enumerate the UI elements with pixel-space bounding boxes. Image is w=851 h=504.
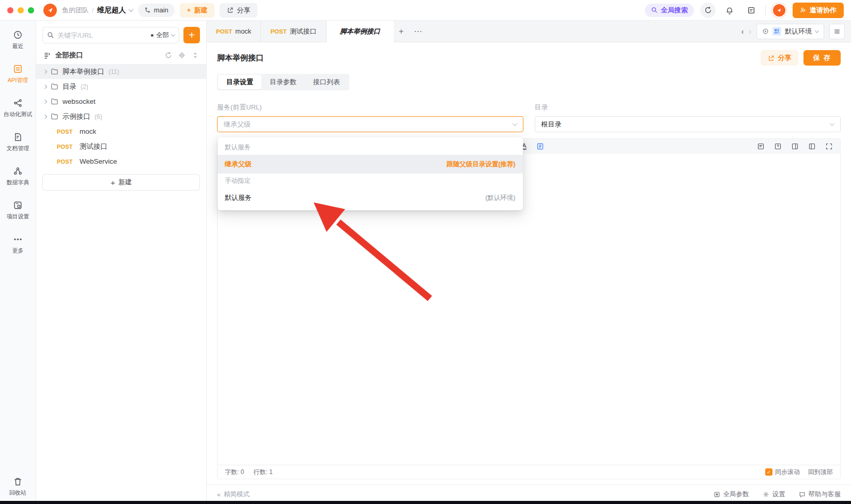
page-title: 脚本举例接口 xyxy=(217,53,264,63)
tab-overflow-button[interactable]: ⋯ xyxy=(409,26,427,36)
locate-icon[interactable] xyxy=(178,52,185,59)
new-button[interactable]: + 新建 xyxy=(180,3,215,18)
tree-folder-examples[interactable]: 示例接口 (6) xyxy=(36,109,206,124)
share-label: 分享 xyxy=(778,53,791,62)
help-label: 帮助与客服 xyxy=(809,490,841,499)
tab-test-api[interactable]: POST 测试接口 xyxy=(261,21,326,42)
dropdown-item-inherit-parent[interactable]: 继承父级 跟随父级目录设置(推荐) xyxy=(218,155,523,174)
outline-panel-icon[interactable] xyxy=(536,143,544,150)
add-api-button[interactable]: + xyxy=(183,27,200,43)
directory-value: 根目录 xyxy=(541,120,831,129)
edit-only-layout-icon[interactable] xyxy=(791,143,799,150)
search-icon xyxy=(651,7,658,13)
tab-nav-back-icon[interactable]: ‹ xyxy=(741,27,744,36)
rail-item-doc-management[interactable]: 文档管理 xyxy=(7,132,29,152)
rail-item-more[interactable]: 更多 xyxy=(12,234,24,255)
tab-bar: POST mock POST 测试接口 脚本举例接口 + ⋯ ‹ › 默 默认环… xyxy=(207,21,851,42)
invite-collaboration-button[interactable]: 邀请协作 xyxy=(793,3,844,18)
tab-mock[interactable]: POST mock xyxy=(207,21,261,42)
tab-folder-settings[interactable]: 目录设置 xyxy=(218,75,261,89)
back-to-top-button[interactable]: 回到顶部 xyxy=(808,468,833,477)
editor-toolbar-left xyxy=(520,143,544,150)
tree-folder-websocket[interactable]: websocket xyxy=(36,94,206,109)
chevron-right-icon[interactable] xyxy=(43,69,47,73)
changelog-button[interactable] xyxy=(744,3,759,18)
directory-select[interactable]: 根目录 xyxy=(535,116,841,132)
breadcrumb[interactable]: 鱼的团队 / 维尼超人 xyxy=(62,6,133,15)
chevron-right-icon[interactable] xyxy=(43,84,47,88)
rail-item-api-management[interactable]: API管理 xyxy=(8,64,28,84)
new-tab-button[interactable]: + xyxy=(394,27,409,36)
app-logo-icon xyxy=(43,4,57,17)
tab-nav-forward-icon[interactable]: › xyxy=(749,27,751,36)
tab-folder-params[interactable]: 目录参数 xyxy=(261,75,305,89)
global-search-button[interactable]: 全局搜索 xyxy=(645,4,694,17)
tab-script-examples[interactable]: 脚本举例接口 xyxy=(327,21,394,42)
service-select[interactable]: 继承父级 默认服务 继承父级 跟随父级目录设置(推荐) 手动指定 默认服务 xyxy=(217,116,523,132)
settings-button[interactable]: 设置 xyxy=(763,490,785,499)
global-params-button[interactable]: 全局参数 xyxy=(714,490,749,499)
rail-item-automated-testing[interactable]: 自动化测试 xyxy=(4,98,32,118)
compact-mode-label: 精简模式 xyxy=(224,490,250,499)
branch-selector[interactable]: main xyxy=(138,4,175,17)
avatar[interactable] xyxy=(772,3,786,18)
dropdown-group-default: 默认服务 xyxy=(218,140,523,155)
main-panel: POST mock POST 测试接口 脚本举例接口 + ⋯ ‹ › 默 默认环… xyxy=(207,21,851,504)
share-button[interactable]: 分享 xyxy=(761,50,798,66)
line-count: 行数: 1 xyxy=(253,468,272,477)
window-controls[interactable] xyxy=(7,7,34,13)
expand-collapse-icon[interactable] xyxy=(192,52,199,59)
fullscreen-icon[interactable] xyxy=(825,143,833,150)
split-layout-icon[interactable] xyxy=(808,143,816,150)
service-label: 服务(前置URL) xyxy=(217,103,523,112)
refresh-icon[interactable] xyxy=(165,52,172,59)
tree-api-test[interactable]: POST 测试接口 xyxy=(36,139,206,154)
service-dropdown-menu: 默认服务 继承父级 跟随父级目录设置(推荐) 手动指定 默认服务 (默认环境) xyxy=(218,137,523,210)
rail-label: 自动化测试 xyxy=(4,111,32,118)
rail-item-data-dictionary[interactable]: 数据字典 xyxy=(7,166,29,186)
notifications-button[interactable] xyxy=(722,3,737,18)
help-support-button[interactable]: 帮助与客服 xyxy=(799,490,841,499)
env-menu-button[interactable] xyxy=(829,24,845,39)
rail-label: API管理 xyxy=(8,76,28,84)
tree-api-mock[interactable]: POST mock xyxy=(36,124,206,139)
search-box[interactable]: 全部 xyxy=(42,27,179,43)
minimize-window-button[interactable] xyxy=(18,7,24,13)
tree-new-button[interactable]: + 新建 xyxy=(42,174,200,191)
tree-folder-directory[interactable]: 目录 (2) xyxy=(36,79,206,94)
search-filter-dropdown[interactable]: 全部 xyxy=(151,31,175,40)
branch-name: main xyxy=(154,6,168,14)
chevron-right-icon[interactable] xyxy=(43,99,47,103)
dropdown-item-default-service[interactable]: 默认服务 (默认环境) xyxy=(218,188,523,207)
sync-scroll-toggle[interactable]: ✓ 同步滚动 xyxy=(765,468,800,477)
compact-mode-button[interactable]: « 精简模式 xyxy=(217,490,250,499)
chevron-down-icon xyxy=(171,32,175,36)
tree-api-webservice[interactable]: POST WebService xyxy=(36,154,206,169)
plus-icon: + xyxy=(187,6,191,14)
new-button-label: 新建 xyxy=(194,6,207,15)
environment-selector[interactable]: 默 默认环境 xyxy=(756,24,824,39)
sidebar-search-row: 全部 + xyxy=(36,21,206,49)
tab-api-list[interactable]: 接口列表 xyxy=(305,75,348,89)
rail-item-trash[interactable]: 回收站 xyxy=(9,477,26,497)
maximize-window-button[interactable] xyxy=(28,7,34,13)
all-apis-header[interactable]: 全部接口 xyxy=(36,49,206,64)
notes-icon xyxy=(747,6,755,14)
close-window-button[interactable] xyxy=(7,7,13,13)
help-icon[interactable] xyxy=(774,143,782,150)
dock-edge xyxy=(0,501,851,504)
preview-doc-icon[interactable] xyxy=(757,143,765,150)
rail-item-recent[interactable]: 最近 xyxy=(12,30,24,50)
plus-icon: + xyxy=(189,29,195,41)
tree-folder-script-examples[interactable]: 脚本举例接口 (11) xyxy=(36,64,206,79)
sync-button[interactable] xyxy=(700,3,716,18)
project-name[interactable]: 维尼超人 xyxy=(97,6,126,15)
share-project-button[interactable]: 分享 xyxy=(220,3,257,18)
document-icon xyxy=(13,132,23,142)
save-button[interactable]: 保 存 xyxy=(803,50,841,66)
search-input[interactable] xyxy=(57,32,148,39)
folder-name: 脚本举例接口 xyxy=(63,67,104,76)
rail-item-project-settings[interactable]: 项目设置 xyxy=(7,200,29,220)
chevron-right-icon[interactable] xyxy=(43,114,47,118)
save-label: 保 存 xyxy=(813,53,831,62)
